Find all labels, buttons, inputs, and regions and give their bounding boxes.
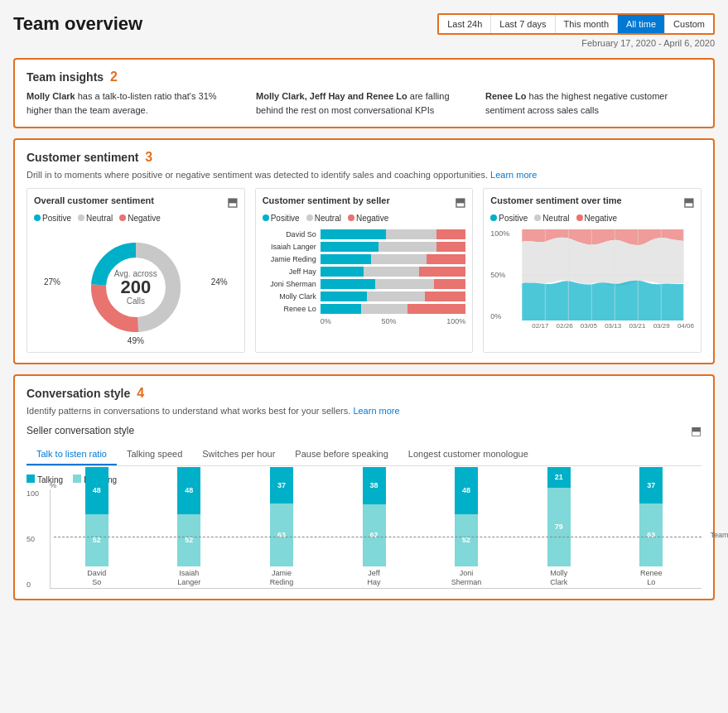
donut-count: 200 (114, 278, 157, 296)
molly-talking-val: 21 (547, 467, 571, 488)
seller-sentiment-chart: Customer sentiment by seller ⬒ Positive … (255, 188, 474, 353)
sentiment-grid: Overall customer sentiment ⬒ Positive Ne… (27, 188, 701, 353)
customer-sentiment-desc: Drill in to moments where positive or ne… (27, 170, 701, 180)
jamie-talking-val: 37 (270, 467, 293, 503)
conv-learn-more[interactable]: Learn more (353, 406, 399, 416)
bar-joni: 48 52 JoniSherman (424, 467, 509, 588)
seller-chart-title: Customer sentiment by seller ⬒ (263, 195, 466, 209)
david-listening-val: 52 (85, 514, 108, 566)
seller-legend: Positive Neutral Negative (263, 214, 466, 223)
bars-container: 48 52 DavidSo 48 52 IsaiahLanger (50, 489, 701, 589)
export-conv-icon[interactable]: ⬒ (691, 424, 701, 437)
filter-last-24h[interactable]: Last 24h (439, 15, 491, 33)
jamie-listening-val: 63 (270, 503, 293, 566)
jamie-label: JamieReding (270, 569, 294, 588)
team-insights-section: Team insights 2 Molly Clark has a talk-t… (13, 58, 715, 128)
insight-item-2: Renee Lo has the highest negative custom… (485, 89, 701, 117)
bar-isaiah: 48 52 IsaiahLanger (147, 467, 232, 588)
tab-talk-listen-ratio[interactable]: Talk to listen ratio (27, 444, 117, 465)
tab-switches-per-hour[interactable]: Switches per hour (192, 444, 285, 465)
overall-sentiment-chart: Overall customer sentiment ⬒ Positive Ne… (27, 188, 245, 353)
isaiah-talking-val: 48 (177, 467, 200, 515)
page-title: Team overview (13, 13, 142, 35)
molly-listening-val: 79 (547, 488, 571, 566)
tab-pause-before-speaking[interactable]: Pause before speaking (285, 444, 398, 465)
bar-chart-area: % 100 50 0 48 52 DavidSo (27, 489, 701, 589)
seller-row-isaiah: Isaiah Langer (263, 242, 466, 252)
filter-custom[interactable]: Custom (665, 15, 713, 33)
overall-legend: Positive Neutral Negative (34, 214, 238, 223)
pct-positive: 24% (211, 277, 228, 287)
sentiment-learn-more[interactable]: Learn more (490, 170, 537, 180)
bars-wrapper: 48 52 DavidSo 48 52 IsaiahLanger (50, 489, 701, 589)
renee-label: ReneeLo (640, 569, 663, 588)
export-overtime-icon[interactable]: ⬒ (683, 195, 694, 209)
page-container: Team overview Last 24h Last 7 days This … (0, 0, 728, 624)
team-insights-title: Team insights 2 (27, 70, 701, 84)
joni-label: JoniSherman (451, 569, 482, 588)
seller-row-renee: Renee Lo (263, 304, 466, 314)
seller-conv-title: Seller conversation style (27, 425, 134, 436)
overtime-legend: Positive Neutral Negative (490, 214, 694, 223)
isaiah-label: IsaiahLanger (177, 569, 200, 588)
conv-style-desc: Identify patterns in conversations to un… (27, 406, 701, 416)
filter-this-month[interactable]: This month (556, 15, 618, 33)
area-svg (512, 229, 694, 320)
overall-chart-title: Overall customer sentiment ⬒ (34, 195, 238, 209)
molly-label: MollyClark (550, 569, 567, 588)
bar-axis: 0% 50% 100% (263, 317, 466, 325)
isaiah-listening-val: 52 (177, 514, 200, 566)
renee-talking-val: 37 (639, 467, 663, 503)
time-filter-group: Last 24h Last 7 days This month All time… (437, 13, 715, 35)
jeff-talking-val: 38 (363, 467, 386, 505)
david-label: DavidSo (87, 569, 106, 588)
insights-grid: Molly Clark has a talk-to-listen ratio t… (27, 89, 701, 117)
conv-tabs: Talk to listen ratio Talking speed Switc… (27, 444, 701, 466)
seller-row-david: David So (263, 229, 466, 239)
page-header: Team overview Last 24h Last 7 days This … (13, 13, 715, 48)
overtime-sentiment-chart: Customer sentiment over time ⬒ Positive … (483, 188, 701, 353)
jeff-label: JeffHay (368, 569, 381, 588)
header-right: Last 24h Last 7 days This month All time… (437, 13, 715, 48)
donut-count-label: Calls (114, 296, 157, 306)
conv-style-title: Conversation style 4 (27, 386, 701, 401)
bar-jeff: 38 62 JeffHay (332, 467, 417, 588)
x-axis: 02/17 02/26 03/05 03/13 03/21 03/29 04/0… (513, 322, 694, 330)
insight-item-1: Molly Clark, Jeff Hay and Renee Lo are f… (256, 89, 472, 117)
overtime-chart-title: Customer sentiment over time ⬒ (490, 195, 694, 209)
seller-conv-header: Seller conversation style ⬒ (27, 424, 701, 437)
date-range-label: February 17, 2020 - April 6, 2020 (581, 38, 715, 48)
customer-sentiment-section: Customer sentiment 3 Drill in to moments… (13, 138, 715, 364)
conversation-style-section: Conversation style 4 Identify patterns i… (13, 374, 715, 600)
insight-item-0: Molly Clark has a talk-to-listen ratio t… (27, 89, 243, 117)
jeff-listening-val: 62 (363, 504, 386, 566)
seller-row-molly: Molly Clark (263, 291, 466, 301)
y-axis-labels: 100 50 0 (27, 489, 39, 589)
bar-renee: 37 63 ReneeLo (609, 467, 693, 588)
bar-molly: 21 79 MollyClark (517, 467, 601, 588)
joni-listening-val: 52 (455, 514, 478, 566)
bar-jamie: 37 63 JamieReding (239, 467, 324, 588)
team-avg-label: Team avg. (710, 531, 728, 539)
donut-center: Avg. across 200 Calls (114, 269, 157, 306)
seller-bars: David So Isaiah Langer (263, 229, 466, 325)
filter-last-7-days[interactable]: Last 7 days (491, 15, 555, 33)
david-talking-val: 48 (85, 467, 108, 515)
area-chart: 100% 50% 0% (490, 229, 694, 330)
joni-talking-val: 48 (455, 467, 478, 515)
tab-longest-monologue[interactable]: Longest customer monologue (398, 444, 538, 465)
export-seller-icon[interactable]: ⬒ (455, 195, 465, 209)
customer-sentiment-title: Customer sentiment 3 (27, 150, 701, 165)
y-axis: 100% 50% 0% (490, 229, 512, 320)
filter-all-time[interactable]: All time (618, 15, 665, 33)
seller-row-jeff: Jeff Hay (263, 267, 466, 277)
pct-neutral: 27% (44, 277, 60, 287)
seller-row-joni: Joni Sherman (263, 279, 466, 289)
pct-negative: 49% (128, 336, 144, 345)
bar-david: 48 52 DavidSo (55, 467, 139, 588)
tab-talking-speed[interactable]: Talking speed (117, 444, 192, 465)
export-overall-icon[interactable]: ⬒ (227, 195, 238, 209)
seller-row-jamie: Jamie Reding (263, 254, 466, 264)
renee-listening-val: 63 (639, 503, 663, 566)
donut-chart: Avg. across 200 Calls 27% 24% 49% (34, 229, 238, 345)
